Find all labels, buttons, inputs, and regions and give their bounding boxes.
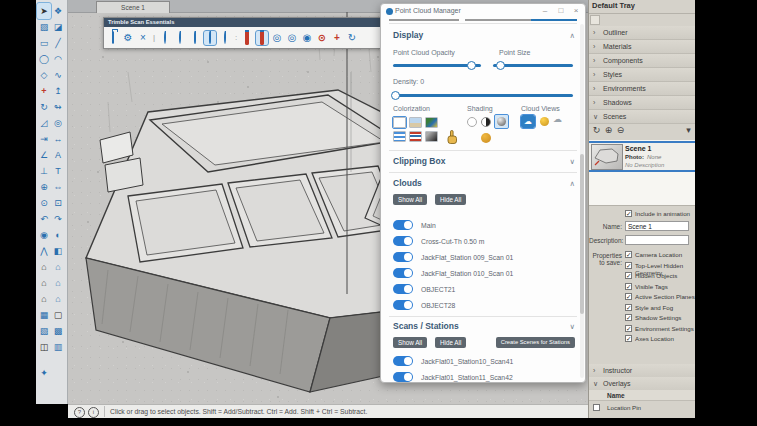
line-tool[interactable]: ╱ — [51, 35, 65, 51]
density-slider[interactable] — [393, 94, 573, 97]
limit-box-red-icon[interactable]: ⊙ — [316, 31, 328, 45]
geolocation-icon[interactable]: ? — [74, 407, 85, 418]
scene-name-input[interactable]: Scene 1 — [625, 221, 689, 231]
location-pin-checkbox[interactable] — [593, 404, 600, 411]
opacity-drop-hatched-icon[interactable] — [219, 31, 231, 45]
opacity-slider-knob[interactable] — [467, 61, 476, 70]
colorize-elevation-icon[interactable] — [425, 117, 438, 128]
top-level-hidden-geometry-checkbox[interactable]: ✓ — [625, 262, 632, 269]
make-component-tool[interactable]: ❖ — [51, 3, 65, 19]
follow-me-tool[interactable]: ↬ — [51, 99, 65, 115]
tray-section-styles[interactable]: › Styles — [589, 68, 695, 82]
zoom-extents-tool[interactable]: ⊡ — [51, 195, 65, 211]
tray-section-materials[interactable]: › Materials — [589, 40, 695, 54]
section-plane-tool[interactable]: ◧ — [51, 243, 65, 259]
add-scene-icon[interactable]: ⊕ — [603, 125, 614, 135]
next-view-tool[interactable]: ↷ — [51, 211, 65, 227]
shaded-style-button[interactable]: ▧ — [37, 323, 51, 339]
collapse-clouds-icon[interactable]: ∧ — [570, 179, 576, 188]
scans-stations-section-header[interactable]: Scans / Stations — [393, 321, 459, 331]
minimize-button[interactable]: – — [539, 6, 551, 15]
include-animation-checkbox[interactable]: ✓ — [625, 210, 632, 217]
cloud-toggle-station010[interactable] — [393, 268, 413, 278]
scrollbar-thumb[interactable] — [580, 154, 584, 314]
clipping-box-section-header[interactable]: Clipping Box — [393, 156, 445, 166]
polygon-tool[interactable]: ◇ — [37, 67, 51, 83]
front-view-button[interactable]: ⌂ — [37, 275, 51, 291]
panel-scrollbar[interactable] — [580, 24, 584, 378]
shading-split-icon[interactable] — [481, 117, 491, 127]
colorize-photo-icon[interactable] — [409, 117, 422, 128]
eraser-tool[interactable]: ◪ — [51, 19, 65, 35]
position-camera-tool[interactable]: ◉ — [37, 227, 51, 243]
cloud-view-selected-icon[interactable]: ☁ — [521, 115, 535, 128]
tray-section-environments[interactable]: › Environments — [589, 82, 695, 96]
rectangle-tool[interactable]: ▭ — [37, 35, 51, 51]
opacity-drop-100-icon[interactable] — [204, 31, 216, 45]
point-size-slider-knob[interactable] — [496, 61, 505, 70]
delete-selection-icon[interactable]: × — [137, 31, 149, 45]
create-scenes-for-stations-button[interactable]: Create Scenes for Stations — [496, 337, 575, 348]
previous-view-tool[interactable]: ↶ — [37, 211, 51, 227]
colorize-intensity-icon[interactable] — [425, 131, 438, 142]
text-tool[interactable]: A — [51, 147, 65, 163]
tray-section-instructor[interactable]: › Instructor — [589, 364, 695, 378]
opacity-drop-0-icon[interactable] — [159, 31, 171, 45]
cloud-toggle-station009[interactable] — [393, 252, 413, 262]
paint-bucket-tool[interactable]: ▨ — [37, 19, 51, 35]
clouds-show-all-button[interactable]: Show All — [393, 194, 427, 205]
colorize-stripes-blue-icon[interactable] — [393, 131, 406, 142]
camera-location-checkbox[interactable]: ✓ — [625, 251, 632, 258]
look-around-tool[interactable]: ◐ — [51, 227, 65, 243]
tray-section-components[interactable]: › Components — [589, 54, 695, 68]
folder-icon[interactable] — [107, 31, 119, 45]
opacity-slider[interactable] — [393, 64, 481, 67]
snap-magnet-icon[interactable] — [241, 31, 253, 45]
environment-settings-checkbox[interactable]: ✓ — [625, 325, 632, 332]
tray-section-scenes[interactable]: ∨ Scenes — [589, 110, 695, 124]
collapse-scans-icon[interactable]: ∨ — [570, 322, 576, 331]
move-point-cloud-icon[interactable]: + — [331, 31, 343, 45]
scene-list-item[interactable]: Scene 1 Photo: None No Description — [589, 141, 695, 172]
settings-gear-icon[interactable]: ⚙ — [122, 31, 134, 45]
circle-tool[interactable]: ◯ — [37, 51, 51, 67]
shading-flat-icon[interactable] — [467, 117, 477, 127]
cloud-toggle-main[interactable] — [393, 220, 413, 230]
scene-description-input[interactable] — [625, 235, 689, 245]
limit-box-filled-icon[interactable]: ◉ — [301, 31, 313, 45]
axes-location-checkbox[interactable]: ✓ — [625, 335, 632, 342]
cloud-view-outline-icon[interactable]: ☁ — [553, 114, 562, 124]
opacity-drop-33-icon[interactable] — [174, 31, 186, 45]
density-slider-knob[interactable] — [391, 91, 400, 100]
limit-box-icon[interactable]: ◎ — [271, 31, 283, 45]
monochrome-style-button[interactable]: ◫ — [37, 339, 51, 355]
active-section-planes-checkbox[interactable]: ✓ — [625, 293, 632, 300]
wireframe-style-button[interactable]: ▦ — [37, 307, 51, 323]
expand-clipping-icon[interactable]: ∨ — [570, 157, 576, 166]
3d-text-tool[interactable]: T — [51, 163, 65, 179]
zoom-tool[interactable]: ⊙ — [37, 195, 51, 211]
arc-tool[interactable]: ◠ — [51, 51, 65, 67]
scans-show-all-button[interactable]: Show All — [393, 337, 427, 348]
colorize-none-icon[interactable] — [393, 117, 406, 128]
cloud-toggle-crosscut[interactable] — [393, 236, 413, 246]
cloud-toggle-object28[interactable] — [393, 300, 413, 310]
colorize-stripes-rgb-icon[interactable] — [409, 131, 422, 142]
shading-intensity-icon[interactable] — [481, 133, 491, 143]
dimension-tool[interactable]: ↔ — [51, 131, 65, 147]
search-tool[interactable]: ✦ — [37, 365, 51, 381]
freehand-tool[interactable]: ∿ — [51, 67, 65, 83]
rotate-point-cloud-icon[interactable]: ↻ — [346, 31, 358, 45]
right-view-button[interactable]: ⌂ — [51, 275, 65, 291]
scene-options-icon[interactable]: ▾ — [683, 125, 694, 135]
push-pull-tool[interactable]: ↥ — [51, 83, 65, 99]
tray-section-overlays[interactable]: ∨ Overlays — [589, 377, 695, 391]
shadow-settings-checkbox[interactable]: ✓ — [625, 314, 632, 321]
tape-measure-tool[interactable]: ⇥ — [37, 131, 51, 147]
point-size-slider[interactable] — [493, 64, 573, 67]
scan-toggle-station10[interactable] — [393, 356, 413, 366]
rotate-tool[interactable]: ↻ — [37, 99, 51, 115]
scans-hide-all-button[interactable]: Hide All — [435, 337, 466, 348]
scale-tool[interactable]: ◿ — [37, 115, 51, 131]
orbit-tool[interactable]: ⊕ — [37, 179, 51, 195]
